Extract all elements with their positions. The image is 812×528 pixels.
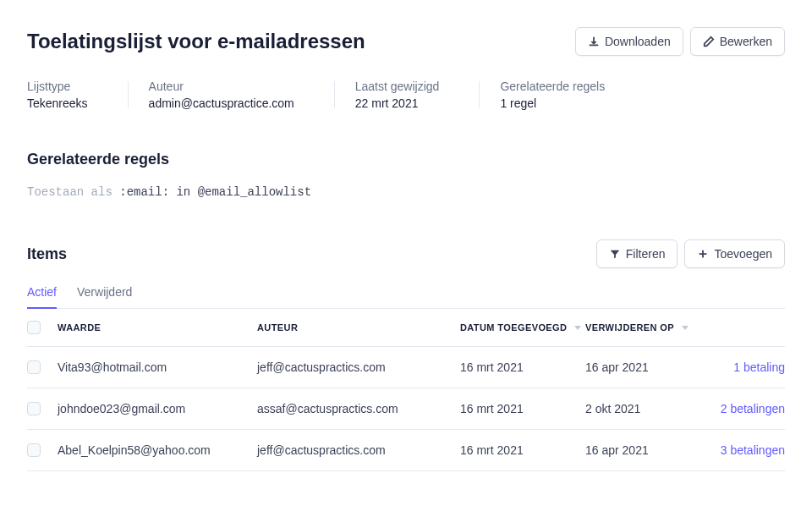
cell-author: jeff@cactuspractics.com	[257, 443, 460, 457]
edit-button[interactable]: Bewerken	[690, 27, 785, 56]
table-row: Vita93@hotmail.com jeff@cactuspractics.c…	[27, 347, 785, 388]
meta-label: Lijsttype	[27, 80, 88, 93]
cell-date-added: 16 mrt 2021	[460, 360, 585, 374]
meta-value: Tekenreeks	[27, 96, 88, 110]
meta-label: Auteur	[149, 80, 294, 93]
add-label: Toevoegen	[714, 247, 772, 261]
sort-icon	[681, 323, 689, 332]
rule-body: :email: in @email_allowlist	[112, 185, 311, 199]
meta-value: admin@cactuspractice.com	[149, 96, 294, 110]
related-rules-title: Gerelateerde regels	[27, 151, 785, 168]
meta-label: Gerelateerde regels	[500, 80, 605, 93]
download-icon	[588, 36, 600, 47]
cell-payments-link[interactable]: 3 betalingen	[714, 443, 785, 457]
tab-removed[interactable]: Verwijderd	[77, 285, 132, 309]
filter-label: Filteren	[626, 247, 666, 261]
items-title: Items	[27, 245, 67, 263]
meta-label: Laatst gewijzigd	[355, 80, 440, 93]
col-header-remove-on-label: VERWIJDEREN OP	[585, 322, 674, 333]
table-row: Abel_Koelpin58@yahoo.com jeff@cactusprac…	[27, 430, 785, 471]
meta-list-type: Lijsttype Tekenreeks	[27, 80, 129, 110]
meta-author: Auteur admin@cactuspractice.com	[129, 80, 335, 110]
meta-related: Gerelateerde regels 1 regel	[480, 80, 645, 110]
meta-modified: Laatst gewijzigd 22 mrt 2021	[335, 80, 480, 110]
cell-value: Vita93@hotmail.com	[58, 360, 257, 374]
items-table: WAARDE AUTEUR DATUM TOEGEVOEGD VERWIJDER…	[27, 309, 785, 471]
download-button[interactable]: Downloaden	[575, 27, 683, 56]
header-actions: Downloaden Bewerken	[575, 27, 785, 56]
meta-value: 22 mrt 2021	[355, 96, 440, 110]
col-header-date-added-label: DATUM TOEGEVOEGD	[460, 322, 567, 333]
meta-value: 1 regel	[500, 96, 605, 110]
cell-author: jeff@cactuspractics.com	[257, 360, 460, 374]
cell-payments-link[interactable]: 2 betalingen	[714, 402, 785, 415]
download-label: Downloaden	[605, 35, 671, 48]
cell-date-added: 16 mrt 2021	[460, 402, 585, 415]
table-header: WAARDE AUTEUR DATUM TOEGEVOEGD VERWIJDER…	[27, 309, 785, 347]
filter-icon	[609, 248, 621, 260]
row-checkbox[interactable]	[27, 402, 41, 415]
row-checkbox[interactable]	[27, 360, 41, 374]
cell-payments-link[interactable]: 1 betaling	[714, 360, 785, 374]
meta-row: Lijsttype Tekenreeks Auteur admin@cactus…	[27, 80, 785, 110]
table-row: johndoe023@gmail.com assaf@cactuspractic…	[27, 388, 785, 430]
col-header-value: WAARDE	[58, 322, 257, 333]
rule-line: Toestaan als :email: in @email_allowlist	[27, 185, 785, 199]
cell-remove-on: 16 apr 2021	[585, 360, 714, 374]
cell-remove-on: 2 okt 2021	[585, 402, 714, 415]
filter-button[interactable]: Filteren	[596, 239, 678, 268]
cell-value: johndoe023@gmail.com	[58, 402, 257, 415]
add-button[interactable]: Toevoegen	[684, 239, 785, 268]
row-checkbox[interactable]	[27, 443, 41, 457]
cell-author: assaf@cactuspractics.com	[257, 402, 460, 415]
pencil-icon	[703, 36, 715, 47]
cell-date-added: 16 mrt 2021	[460, 443, 585, 457]
rule-keyword: Toestaan als	[27, 185, 112, 199]
page-title: Toelatingslijst voor e-mailadressen	[27, 30, 365, 53]
cell-value: Abel_Koelpin58@yahoo.com	[58, 443, 257, 457]
select-all-checkbox[interactable]	[27, 321, 41, 334]
edit-label: Bewerken	[720, 35, 772, 48]
tab-active[interactable]: Actief	[27, 285, 57, 309]
cell-remove-on: 16 apr 2021	[585, 443, 714, 457]
tabs: Actief Verwijderd	[27, 285, 785, 309]
col-header-author: AUTEUR	[257, 322, 460, 333]
sort-icon	[573, 323, 582, 332]
items-actions: Filteren Toevoegen	[596, 239, 785, 268]
plus-icon	[697, 248, 709, 260]
col-header-remove-on[interactable]: VERWIJDEREN OP	[585, 322, 714, 333]
col-header-date-added[interactable]: DATUM TOEGEVOEGD	[460, 322, 585, 333]
